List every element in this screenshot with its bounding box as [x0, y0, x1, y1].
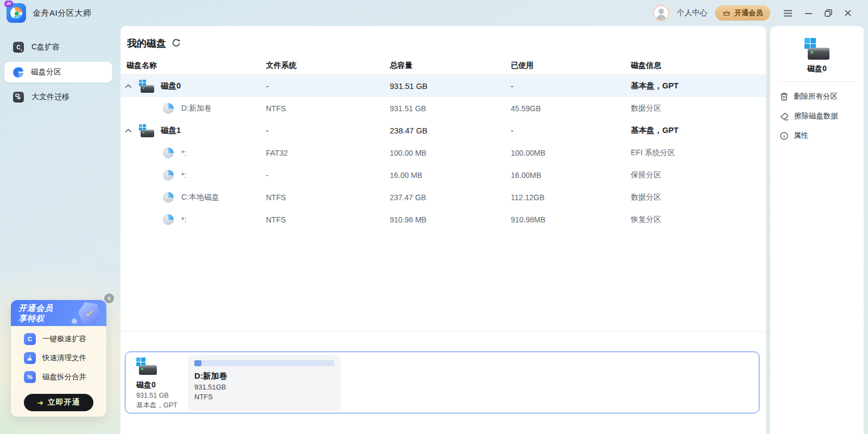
row-used: 45.59GB — [511, 104, 631, 113]
row-filesystem: FAT32 — [266, 149, 390, 157]
disk-map-card: 磁盘0 931.51 GB 基本盘，GPT D:新加卷 931.51GB NTF… — [125, 352, 759, 413]
row-name: C:本地磁盘 — [181, 193, 219, 202]
disk-map-disk-name: 磁盘0 — [136, 380, 178, 390]
partition-filesystem: NTFS — [194, 393, 334, 401]
split-merge-feature-icon: % — [24, 371, 36, 383]
row-filesystem: - — [266, 82, 390, 91]
row-name-cell: *: — [121, 148, 266, 158]
row-name-cell: C:本地磁盘 — [121, 192, 266, 203]
main-panel: 我的磁盘 磁盘名称 文件系统 总容量 已使用 磁盘信息 — [121, 26, 766, 434]
divider — [778, 81, 856, 82]
row-name-cell: *: — [121, 170, 266, 181]
usage-bar-track — [194, 360, 334, 366]
row-total-capacity: 238.47 GB — [390, 126, 511, 135]
disk-icon — [139, 80, 154, 93]
row-name-cell: 磁盘1 — [121, 124, 266, 137]
sidebar: C C盘扩容 磁盘分区 大文件迁移 — [0, 26, 117, 112]
promo-feature: C 一键极速扩容 — [24, 333, 106, 345]
upgrade-member-button[interactable]: 开通会员 — [715, 5, 770, 21]
sidebar-item-disk-partition[interactable]: 磁盘分区 — [4, 62, 112, 82]
partition-pie-icon — [163, 214, 174, 225]
erase-disk-data-action[interactable]: 擦除磁盘数据 — [770, 111, 864, 121]
logo-ai-badge: AI — [4, 1, 13, 7]
disk-map-disk-info: 基本盘，GPT — [136, 401, 178, 410]
row-disk-info: 恢复分区 — [631, 215, 766, 225]
row-filesystem: - — [266, 171, 390, 180]
row-disk-info: 保留分区 — [631, 170, 766, 180]
row-name: 磁盘1 — [161, 125, 181, 136]
promo-feature: % 磁盘拆分合并 — [24, 371, 106, 383]
c-drive-icon: C — [13, 42, 24, 53]
properties-action[interactable]: 属性 — [770, 131, 864, 141]
minimize-button[interactable] — [804, 10, 813, 17]
table-row[interactable]: *: - 16.00 MB 16.00MB 保留分区 — [121, 164, 766, 186]
sidebar-item-c-drive-expand[interactable]: C C盘扩容 — [4, 37, 112, 58]
table-row[interactable]: 磁盘1 - 238.47 GB - 基本盘，GPT — [121, 119, 766, 142]
migrate-icon — [13, 92, 24, 103]
table-row[interactable]: *: FAT32 100.00 MB 100.00MB EFI 系统分区 — [121, 142, 766, 164]
sidebar-item-big-file-migrate[interactable]: 大文件迁移 — [4, 87, 112, 107]
row-disk-info: 数据分区 — [631, 104, 766, 113]
row-disk-info: 数据分区 — [631, 193, 766, 202]
table-row[interactable]: 磁盘0 - 931.51 GB - 基本盘，GPT — [121, 75, 766, 97]
row-disk-info: EFI 系统分区 — [631, 148, 766, 158]
row-name: 磁盘0 — [161, 81, 181, 91]
row-total-capacity: 931.51 GB — [390, 82, 511, 91]
menu-icon[interactable] — [783, 10, 793, 17]
selected-disk-name: 磁盘0 — [770, 64, 864, 74]
table-row[interactable]: *: NTFS 910.98 MB 910.98MB 恢复分区 — [121, 208, 766, 231]
activate-now-button[interactable]: ➜ 立即开通 — [24, 394, 93, 411]
partition-name: D:新加卷 — [194, 371, 334, 381]
avatar[interactable] — [653, 5, 669, 21]
promo-title-line1: 开通会员 — [18, 303, 53, 313]
table-row[interactable]: C:本地磁盘 NTFS 237.47 GB 112.12GB 数据分区 — [121, 186, 766, 208]
table-row[interactable]: D:新加卷 NTFS 931.51 GB 45.59GB 数据分区 — [121, 97, 766, 119]
promo-close-icon[interactable]: ✕ — [104, 293, 114, 303]
partition-size: 931.51GB — [194, 383, 334, 391]
promo-feature: 快速清理文件 — [24, 352, 106, 364]
disk-map-partition-tile[interactable]: D:新加卷 931.51GB NTFS — [188, 355, 341, 411]
delete-all-partitions-action[interactable]: 删除所有分区 — [770, 92, 864, 101]
upgrade-member-label: 开通会员 — [734, 8, 763, 18]
promo-title-line2: 享特权 — [18, 314, 45, 323]
sidebar-item-label: C盘扩容 — [31, 42, 60, 52]
row-used: 910.98MB — [511, 215, 631, 224]
chevron-up-icon[interactable] — [125, 84, 132, 88]
column-header-used: 已使用 — [511, 61, 631, 71]
promo-header: 开通会员 享特权 ✓ — [11, 300, 106, 326]
maximize-restore-button[interactable] — [825, 9, 832, 17]
usage-bar-fill — [194, 360, 201, 366]
row-disk-info: 基本盘，GPT — [631, 81, 766, 91]
titlebar: AI 金舟AI分区大师 个人中心 开通会员 — [0, 0, 868, 26]
disk-icon — [804, 38, 829, 60]
clean-feature-icon — [24, 352, 36, 364]
row-used: - — [511, 82, 631, 91]
disk-table-body: 磁盘0 - 931.51 GB - 基本盘，GPT D:新加卷 NTFS 931… — [121, 75, 766, 231]
section-divider — [121, 331, 766, 331]
disk-actions-panel: 磁盘0 删除所有分区 擦除磁盘数据 属性 — [770, 26, 864, 434]
disk-icon — [139, 124, 154, 137]
membership-promo-card: ✕ 开通会员 享特权 ✓ C 一键极速扩容 快速清理文件 % 磁盘拆分合并 ➜ … — [11, 300, 106, 417]
row-filesystem: NTFS — [266, 193, 390, 202]
arrow-icon: ➜ — [37, 398, 43, 407]
disk-map-disk-total: 931.51 GB — [136, 392, 178, 399]
row-name-cell: D:新加卷 — [121, 103, 266, 114]
row-disk-info: 基本盘，GPT — [631, 125, 766, 136]
column-header-total-capacity: 总容量 — [390, 61, 511, 71]
close-button[interactable] — [844, 9, 852, 17]
sidebar-item-label: 大文件迁移 — [31, 92, 69, 102]
row-total-capacity: 16.00 MB — [390, 171, 511, 180]
profile-link[interactable]: 个人中心 — [677, 8, 707, 18]
row-name: *: — [181, 215, 186, 224]
row-used: 16.00MB — [511, 171, 631, 180]
row-total-capacity: 931.51 GB — [390, 104, 511, 113]
column-header-disk-info: 磁盘信息 — [631, 61, 766, 71]
row-used: 100.00MB — [511, 149, 631, 157]
chevron-up-icon[interactable] — [125, 129, 132, 133]
app-window: AI 金舟AI分区大师 个人中心 开通会员 C — [0, 0, 868, 434]
row-name-cell: *: — [121, 214, 266, 225]
column-header-filesystem: 文件系统 — [266, 61, 390, 71]
column-header-disk-name: 磁盘名称 — [121, 61, 266, 71]
refresh-icon[interactable] — [172, 39, 181, 50]
row-name: *: — [181, 149, 186, 157]
